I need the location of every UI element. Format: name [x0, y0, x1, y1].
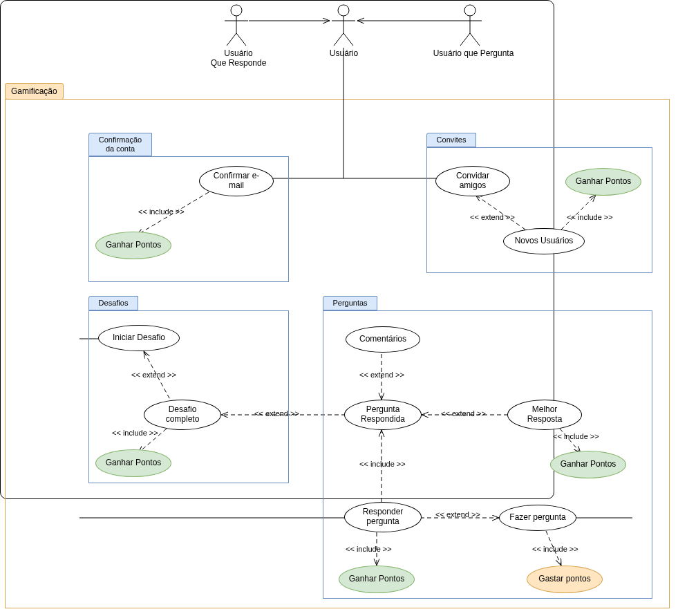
actor-responder-label: Usuário Que Responde	[207, 48, 270, 68]
stereo-include-invite: << include >>	[567, 213, 613, 221]
usecase-gain-points-confirm: Ganhar Pontos	[95, 232, 171, 259]
stereo-include-1: << include >>	[138, 207, 185, 216]
subpkg-tab-challenges: Desafios	[88, 296, 138, 310]
usecase-answered-question: Pergunta Respondida	[344, 400, 422, 430]
actor-user-label: Usuário	[325, 48, 363, 58]
usecase-spend-points: Gastar pontos	[527, 566, 603, 593]
usecase-ask-question: Fazer pergunta	[499, 505, 576, 531]
usecase-gain-points-best: Ganhar Pontos	[550, 451, 626, 478]
stereo-extend-answer-ask: << extend >>	[435, 510, 480, 519]
usecase-gain-points-answer: Ganhar Pontos	[339, 566, 415, 593]
subpkg-tab-invites: Convites	[426, 133, 476, 147]
usecase-comments: Comentários	[346, 326, 420, 353]
usecase-new-users: Novos Usuários	[503, 228, 585, 254]
stereo-include-challenge: << include >>	[112, 429, 158, 437]
usecase-confirm-email: Confirmar e- mail	[199, 166, 274, 196]
package-label: Gamificação	[11, 86, 57, 96]
stereo-include-answer-pr: << include >>	[359, 460, 406, 468]
stereo-include-answer-gp: << include >>	[346, 545, 392, 553]
stereo-extend-pr-dc: << extend >>	[254, 409, 299, 418]
usecase-challenge-complete: Desafio completo	[144, 400, 221, 430]
actor-asker-label: Usuário que Pergunta	[429, 48, 518, 58]
subpkg-tab-questions: Perguntas	[323, 296, 377, 310]
stereo-include-best: << include >>	[553, 432, 599, 440]
package-tab-gamificacao: Gamificação	[5, 83, 64, 100]
usecase-gain-points-challenge: Ganhar Pontos	[95, 449, 171, 477]
stereo-extend-invite: << extend >>	[470, 213, 515, 221]
usecase-start-challenge: Iniciar Desafio	[98, 325, 180, 351]
usecase-best-answer: Melhor Resposta	[507, 400, 582, 430]
usecase-answer-question: Responder pergunta	[344, 502, 422, 532]
stereo-extend-challenge: << extend >>	[131, 371, 176, 379]
subpkg-tab-confirm: Confirmação da conta	[88, 133, 152, 156]
usecase-invite-friends: Convidar amigos	[435, 166, 510, 196]
stereo-include-ask-spend: << include >>	[532, 545, 578, 553]
stereo-extend-comments: << extend >>	[359, 371, 404, 379]
diagram-canvas: Gamificação	[0, 0, 678, 616]
usecase-gain-points-invites: Ganhar Pontos	[565, 168, 641, 196]
stereo-extend-best: << extend >>	[441, 409, 486, 418]
